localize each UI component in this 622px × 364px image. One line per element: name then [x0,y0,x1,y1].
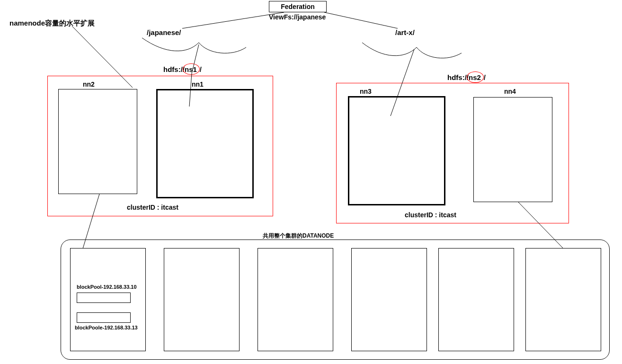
nn1-box [156,89,254,198]
hdfs-ns1-label: hdfs://ns1/ [163,65,202,73]
nn3-label: nn3 [360,88,372,95]
datanode-caption: 共用整个集群的DATANODE [263,232,334,240]
blockpool2-label: blockPoole-192.168.33.13 [75,325,138,330]
nn4-label: nn4 [504,88,516,95]
hdfs-prefix-2: hdfs:// [447,73,469,81]
diagram-canvas: Federation ViewFs://japanese namenode容量的… [0,0,622,364]
hdfs-suffix: / [200,65,202,73]
datanode-3 [258,248,333,351]
nn4-box [473,97,552,202]
viewfs-label: ViewFs://japanese [269,13,326,21]
hdfs-suffix-2: / [484,73,486,81]
datanode-5 [438,248,514,351]
mount-artx: /art-x/ [395,28,415,36]
nn2-box [58,89,137,194]
ns2-circle [467,71,484,83]
blockpool1-label: blockPool-192.168.33.10 [77,284,137,290]
clusterid-left: clusterID : itcast [127,204,178,211]
datanode-2 [164,248,240,351]
blockpool1-box [77,293,131,303]
nn1-label: nn1 [192,80,204,88]
federation-box: Federation [269,1,327,12]
datanode-4 [351,248,427,351]
hdfs-prefix: hdfs:// [163,65,185,73]
datanode-6 [525,248,601,351]
nn3-box [348,96,445,205]
clusterid-right: clusterID : itcast [405,211,456,219]
hdfs-ns2-label: hdfs://ns2/ [447,73,486,81]
nn2-label: nn2 [83,80,95,88]
namenode-expand-note: namenode容量的水平扩展 [9,19,95,28]
mount-japanese: /japanese/ [147,28,181,36]
blockpool2-box [77,312,131,323]
ns1-circle [183,63,200,75]
